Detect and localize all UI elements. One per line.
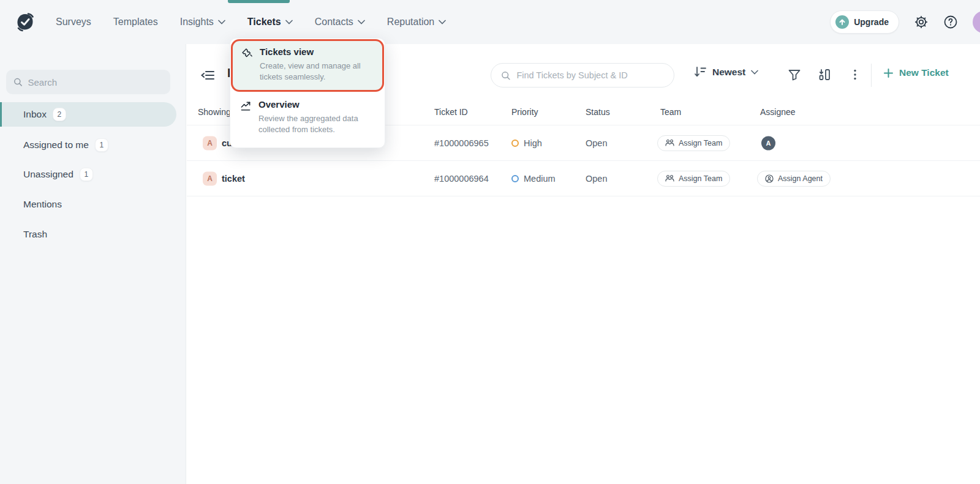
more-options-kebab-icon[interactable] (850, 68, 861, 81)
tickets-search-input[interactable] (516, 70, 664, 80)
nav-label: Tickets (247, 17, 281, 28)
sidebar-item-inbox[interactable]: Inbox 2 (0, 102, 176, 127)
assign-agent-button[interactable]: Assign Agent (757, 171, 831, 187)
showing-count-label: Showing (198, 107, 231, 117)
menu-item-content: Tickets view Create, view and manage all… (260, 47, 381, 83)
upgrade-arrow-icon (835, 15, 849, 29)
new-ticket-button[interactable]: New Ticket (884, 67, 949, 78)
nav-item-insights[interactable]: Insights (180, 17, 225, 28)
tickets-dropdown-menu: Tickets view Create, view and manage all… (230, 38, 385, 148)
sidebar-item-label: Assigned to me (23, 140, 89, 151)
nav-label: Contacts (315, 17, 353, 28)
sidebar-item-trash[interactable]: Trash (0, 222, 176, 247)
ticket-row[interactable]: A ticket #1000006964 Medium Open Assign … (187, 161, 980, 196)
toolbar-divider (871, 64, 872, 87)
priority-dot-icon (511, 175, 519, 182)
sidebar: Inbox 2 Assigned to me 1 Unassigned 1 Me… (0, 44, 186, 484)
menu-item-tickets-view[interactable]: Tickets view Create, view and manage all… (231, 39, 384, 92)
nav-right-controls: Upgrade (830, 0, 980, 44)
column-header-priority[interactable]: Priority (511, 107, 538, 117)
chevron-down-icon (358, 20, 365, 24)
ticket-id: #1000006964 (434, 174, 489, 184)
filter-funnel-icon[interactable] (788, 68, 801, 81)
team-cell: Assign Team (657, 135, 730, 151)
priority-label: High (524, 138, 542, 148)
requester-avatar: A (203, 136, 217, 150)
menu-item-overview[interactable]: Overview Review the aggregated data coll… (230, 92, 385, 144)
menu-item-description: Create, view and manage all tickets seam… (260, 61, 381, 83)
unassigned-count-badge: 1 (80, 168, 93, 181)
column-header-assignee[interactable]: Assignee (760, 107, 796, 117)
nav-label: Templates (113, 17, 158, 28)
trending-up-icon (240, 100, 252, 112)
priority-label: Medium (524, 174, 556, 184)
assign-team-button[interactable]: Assign Team (657, 135, 730, 151)
chevron-down-icon (439, 20, 446, 24)
menu-item-title: Overview (258, 99, 380, 110)
chevron-down-icon (285, 20, 293, 24)
team-cell: Assign Team (657, 171, 730, 187)
sort-label: Newest (712, 67, 745, 78)
sidebar-item-label: Inbox (23, 109, 47, 120)
sidebar-search[interactable] (6, 70, 170, 94)
requester-avatar: A (203, 171, 217, 185)
nav-label: Surveys (56, 17, 91, 28)
column-header-ticket-id[interactable]: Ticket ID (434, 107, 468, 117)
tickets-search[interactable] (491, 63, 674, 87)
nav-item-surveys[interactable]: Surveys (56, 17, 91, 28)
settings-gear-icon[interactable] (914, 15, 929, 29)
sidebar-item-label: Unassigned (23, 169, 74, 180)
nav-label: Insights (180, 17, 214, 28)
nav-item-tickets[interactable]: Tickets (247, 17, 293, 28)
inbox-count-badge: 2 (53, 108, 66, 121)
sidebar-item-mentions[interactable]: Mentions (0, 192, 176, 217)
sidebar-item-label: Trash (23, 229, 47, 240)
assignee-cell: Assign Agent (757, 171, 831, 187)
nav-label: Reputation (387, 17, 434, 28)
sort-dropdown[interactable]: Newest (694, 66, 758, 78)
assign-team-button[interactable]: Assign Team (657, 171, 730, 187)
assignee-cell: A (757, 136, 775, 150)
app-logo-icon[interactable] (13, 10, 37, 34)
menu-item-content: Overview Review the aggregated data coll… (258, 99, 380, 136)
sidebar-search-input[interactable] (28, 77, 163, 87)
nav-item-templates[interactable]: Templates (113, 17, 158, 28)
collapse-sidebar-icon[interactable] (200, 67, 216, 83)
chevron-down-icon (218, 20, 225, 24)
priority-dot-icon (511, 140, 519, 147)
sort-icon (694, 66, 707, 78)
menu-item-description: Review the aggregated data collected fro… (258, 113, 380, 136)
column-header-status[interactable]: Status (586, 107, 610, 117)
search-icon (501, 70, 510, 81)
ticket-priority[interactable]: High (511, 138, 542, 148)
chevron-down-icon (751, 70, 758, 75)
ticket-id: #1000006965 (434, 138, 489, 148)
new-ticket-label: New Ticket (899, 67, 949, 78)
ticket-priority[interactable]: Medium (511, 174, 556, 184)
nav-item-reputation[interactable]: Reputation (387, 17, 446, 28)
columns-settings-icon[interactable] (818, 68, 831, 81)
user-avatar[interactable] (973, 11, 980, 33)
team-group-icon (665, 174, 674, 182)
nav-item-contacts[interactable]: Contacts (315, 17, 365, 28)
ticket-icon (241, 48, 253, 59)
plus-icon (884, 69, 893, 78)
assign-team-label: Assign Team (679, 174, 722, 183)
assignee-avatar[interactable]: A (761, 136, 775, 150)
ticket-status[interactable]: Open (586, 174, 607, 184)
sidebar-item-assigned-to-me[interactable]: Assigned to me 1 (0, 133, 176, 157)
assign-agent-label: Assign Agent (778, 174, 823, 183)
top-navigation-bar: Surveys Templates Insights Tickets Conta… (0, 0, 980, 44)
ticket-status[interactable]: Open (586, 138, 607, 148)
sidebar-item-label: Mentions (23, 199, 62, 210)
ticket-subject[interactable]: ticket (222, 174, 245, 184)
upgrade-label: Upgrade (854, 17, 889, 27)
assign-team-label: Assign Team (679, 139, 722, 147)
search-icon (13, 77, 22, 87)
upgrade-button[interactable]: Upgrade (830, 10, 899, 34)
assigned-count-badge: 1 (95, 138, 108, 152)
help-icon[interactable] (943, 15, 958, 29)
column-header-team[interactable]: Team (660, 107, 681, 117)
sidebar-item-unassigned[interactable]: Unassigned 1 (0, 162, 176, 187)
menu-item-title: Tickets view (260, 47, 381, 57)
